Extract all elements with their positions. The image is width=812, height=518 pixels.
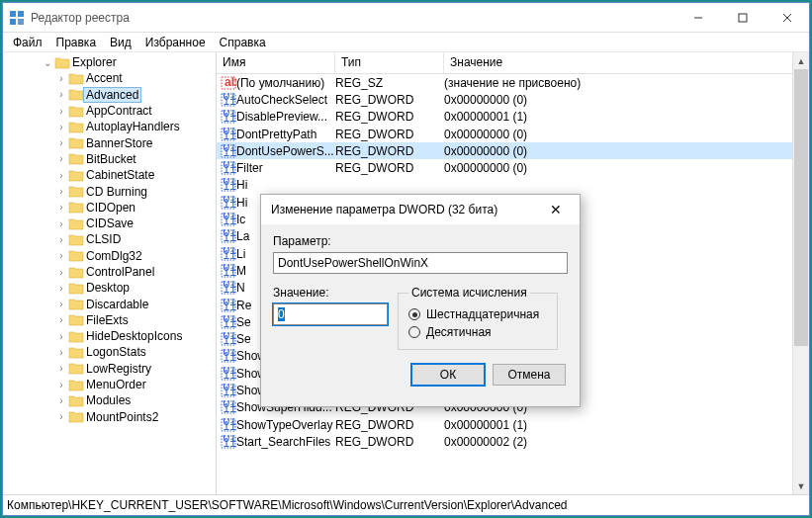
- menu-view[interactable]: Вид: [104, 36, 137, 49]
- chevron-right-icon[interactable]: ›: [54, 186, 68, 197]
- minimize-button[interactable]: [676, 3, 720, 32]
- svg-text:110: 110: [224, 419, 237, 432]
- tree-item[interactable]: ›ComDlg32: [13, 248, 216, 264]
- chevron-right-icon[interactable]: ›: [54, 89, 68, 100]
- chevron-right-icon[interactable]: ›: [54, 137, 68, 148]
- list-row[interactable]: ab(По умолчанию)REG_SZ(значение не присв…: [217, 74, 809, 91]
- chevron-right-icon[interactable]: ›: [54, 363, 68, 374]
- binary-value-icon: 011110: [217, 264, 236, 278]
- list-row[interactable]: 011110Start_SearchFilesREG_DWORD0x000000…: [217, 433, 809, 450]
- chevron-right-icon[interactable]: ›: [54, 250, 68, 261]
- list-row[interactable]: 011110DisablePreview...REG_DWORD0x000000…: [217, 109, 809, 126]
- cell-name: Filter: [236, 161, 335, 175]
- maximize-button[interactable]: [720, 3, 765, 32]
- close-button[interactable]: [765, 3, 809, 32]
- titlebar: Редактор реестра: [3, 3, 809, 33]
- svg-text:110: 110: [224, 385, 237, 397]
- value-field[interactable]: [273, 303, 388, 325]
- tree-item[interactable]: ›AutoplayHandlers: [13, 119, 216, 134]
- list-row[interactable]: 011110ShowTypeOverlayREG_DWORD0x00000001…: [217, 416, 809, 433]
- menu-edit[interactable]: Правка: [50, 36, 103, 49]
- tree-item[interactable]: ›CD Burning: [13, 183, 216, 199]
- tree-item-root[interactable]: ⌄Explorer: [13, 54, 216, 70]
- col-name[interactable]: Имя: [217, 52, 335, 73]
- tree-item[interactable]: ›CIDOpen: [13, 200, 216, 216]
- col-type[interactable]: Тип: [335, 52, 444, 73]
- binary-value-icon: 011110: [217, 418, 236, 432]
- list-row[interactable]: 011110DontPrettyPathREG_DWORD0x00000000 …: [217, 126, 809, 142]
- radio-hex[interactable]: Шестнадцатеричная: [408, 305, 547, 323]
- scroll-down-icon[interactable]: ▼: [793, 477, 809, 494]
- menubar: Файл Правка Вид Избранное Справка: [3, 33, 809, 52]
- param-field[interactable]: [273, 252, 568, 274]
- chevron-right-icon[interactable]: ›: [54, 380, 68, 390]
- chevron-down-icon[interactable]: ⌄: [41, 57, 54, 68]
- tree-item[interactable]: ›CIDSave: [13, 216, 216, 231]
- list-scrollbar[interactable]: ▲ ▼: [792, 52, 809, 494]
- svg-text:110: 110: [224, 179, 237, 192]
- list-row[interactable]: 011110Hi: [217, 177, 809, 194]
- chevron-right-icon[interactable]: ›: [54, 170, 68, 181]
- tree-item[interactable]: ›FileExts: [13, 312, 216, 328]
- tree-item[interactable]: ›AppContract: [13, 103, 216, 119]
- tree-item[interactable]: ›MenuOrder: [13, 377, 216, 392]
- tree-item[interactable]: ›Modules: [13, 392, 216, 408]
- radio-dec[interactable]: Десятичная: [408, 323, 547, 341]
- chevron-right-icon[interactable]: ›: [54, 283, 68, 294]
- chevron-right-icon[interactable]: ›: [54, 395, 68, 406]
- list-row[interactable]: 011110DontUsePowerS...REG_DWORD0x0000000…: [217, 142, 809, 159]
- chevron-right-icon[interactable]: ›: [54, 218, 68, 229]
- binary-value-icon: 011110: [217, 178, 236, 192]
- tree-item[interactable]: ›MountPoints2: [13, 409, 216, 425]
- chevron-right-icon[interactable]: ›: [54, 299, 68, 309]
- scroll-thumb[interactable]: [794, 69, 808, 346]
- menu-favorites[interactable]: Избранное: [139, 36, 212, 49]
- list-row[interactable]: 011110FilterREG_DWORD0x00000000 (0): [217, 159, 809, 176]
- svg-text:110: 110: [224, 300, 237, 312]
- binary-value-icon: 011110: [217, 384, 236, 397]
- chevron-right-icon[interactable]: ›: [54, 202, 68, 213]
- chevron-right-icon[interactable]: ›: [54, 314, 68, 325]
- chevron-right-icon[interactable]: ›: [54, 122, 68, 132]
- tree-item[interactable]: ›Discardable: [13, 296, 216, 311]
- scroll-up-icon[interactable]: ▲: [793, 52, 809, 69]
- folder-icon: [68, 249, 84, 263]
- tree-item[interactable]: ›BannerStore: [13, 134, 216, 150]
- tree-item[interactable]: ›Desktop: [13, 280, 216, 296]
- cell-type: REG_DWORD: [335, 418, 444, 432]
- folder-icon: [68, 313, 84, 327]
- menu-file[interactable]: Файл: [7, 36, 48, 49]
- tree-item[interactable]: ›Accent: [13, 70, 216, 86]
- chevron-right-icon[interactable]: ›: [54, 234, 68, 245]
- binary-value-icon: 011110: [217, 281, 236, 295]
- tree-item[interactable]: ›LowRegistry: [13, 361, 216, 377]
- chevron-right-icon[interactable]: ›: [54, 411, 68, 422]
- tree-item[interactable]: ›LogonStats: [13, 344, 216, 360]
- svg-rect-0: [10, 11, 16, 17]
- cell-name: DisablePreview...: [236, 110, 335, 124]
- tree-item[interactable]: ›CabinetState: [13, 167, 216, 183]
- ok-button[interactable]: ОК: [411, 364, 485, 386]
- tree-item[interactable]: ›HideDesktopIcons: [13, 328, 216, 344]
- tree-pane[interactable]: ⌄Explorer›Accent›Advanced›AppContract›Au…: [3, 52, 217, 494]
- tree-item[interactable]: ›CLSID: [13, 231, 216, 247]
- cell-name: AutoCheckSelect: [236, 93, 335, 107]
- tree-item[interactable]: ›BitBucket: [13, 151, 216, 167]
- svg-rect-2: [10, 19, 16, 25]
- menu-help[interactable]: Справка: [214, 36, 272, 49]
- cell-type: REG_DWORD: [335, 144, 444, 158]
- chevron-right-icon[interactable]: ›: [54, 347, 68, 358]
- dialog-close-button[interactable]: ✕: [536, 202, 576, 217]
- chevron-right-icon[interactable]: ›: [54, 106, 68, 117]
- folder-icon: [68, 104, 84, 118]
- cell-name: Start_SearchFiles: [236, 435, 335, 449]
- chevron-right-icon[interactable]: ›: [54, 331, 68, 342]
- chevron-right-icon[interactable]: ›: [54, 73, 68, 84]
- list-row[interactable]: 011110AutoCheckSelectREG_DWORD0x00000000…: [217, 91, 809, 108]
- chevron-right-icon[interactable]: ›: [54, 153, 68, 164]
- tree-item[interactable]: ›Advanced: [13, 87, 216, 103]
- cancel-button[interactable]: Отмена: [493, 364, 566, 386]
- tree-item[interactable]: ›ControlPanel: [13, 264, 216, 280]
- col-value[interactable]: Значение: [444, 52, 809, 73]
- chevron-right-icon[interactable]: ›: [54, 267, 68, 278]
